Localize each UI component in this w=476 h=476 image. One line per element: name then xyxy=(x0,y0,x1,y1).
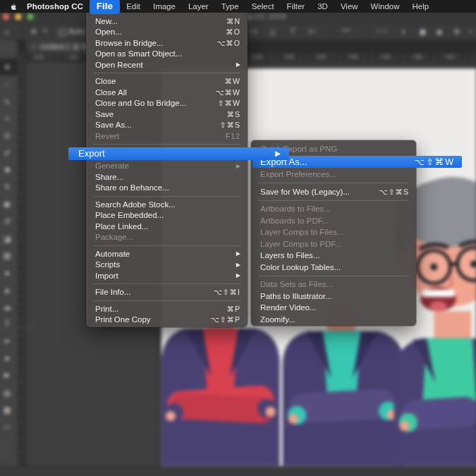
submenu-item-save-for-web[interactable]: Save for Web (Legacy)...⌥⇧⌘S xyxy=(251,186,416,198)
menu-item-share[interactable]: Share... xyxy=(86,171,248,183)
menu-item-file-info[interactable]: File Info...⌥⇧⌘I xyxy=(86,287,248,298)
roll-3d-icon[interactable]: ◉ xyxy=(419,26,427,36)
submenu-arrow-icon: ▶ xyxy=(236,250,240,257)
eraser-tool[interactable]: ◪ xyxy=(0,230,17,247)
menu-item-browse-in-bridge[interactable]: Browse in Bridge...⌥⌘O xyxy=(86,37,248,49)
menubar-item-help[interactable]: Help xyxy=(406,2,436,11)
slide-3d-icon[interactable]: ✛ xyxy=(453,26,460,36)
menu-item-open[interactable]: Open...⌘O xyxy=(86,27,248,38)
orbit-3d-icon[interactable]: ◐ xyxy=(402,26,407,36)
submenu-item-layer-comps-to-pdf: Layer Comps to PDF... xyxy=(251,238,416,250)
toolbar-more-icon[interactable]: ••• xyxy=(0,418,17,435)
menubar-item-view[interactable]: View xyxy=(334,2,365,11)
submenu-item-data-sets-as-files: Data Sets as Files... xyxy=(251,279,416,291)
align-right-icon[interactable]: ⊢ xyxy=(309,26,317,36)
gradient-tool[interactable]: ▧ xyxy=(0,247,17,264)
menu-item-export[interactable]: Export▶ xyxy=(68,147,289,160)
menubar-item-layer[interactable]: Layer xyxy=(182,2,215,11)
menu-item-open-recent[interactable]: Open Recent▶ xyxy=(86,59,248,71)
menubar-item-file[interactable]: File xyxy=(90,0,120,14)
submenu-arrow-icon: ▶ xyxy=(236,262,240,268)
menu-item-close[interactable]: Close⌘W xyxy=(86,76,248,87)
submenu-arrow-icon: ▶ xyxy=(275,149,281,157)
lasso-tool[interactable]: ∿ xyxy=(0,93,17,110)
submenu-arrow-icon: ▶ xyxy=(236,272,240,279)
tab-label: Untitled-1 @ 99. xyxy=(40,42,92,50)
brush-tool[interactable]: ✎ xyxy=(0,178,17,195)
submenu-item-render-video[interactable]: Render Video... xyxy=(251,302,416,314)
menu-item-automate[interactable]: Automate▶ xyxy=(86,248,248,260)
auto-select-checkbox[interactable]: ✓ xyxy=(59,28,66,36)
smudge-tool[interactable]: ☁ xyxy=(0,298,17,315)
scale-3d-icon[interactable]: ▫ xyxy=(469,26,472,36)
pen-tool[interactable]: ✒ xyxy=(0,333,17,350)
apple-logo-icon xyxy=(10,2,18,11)
menu-item-new[interactable]: New...⌘N xyxy=(86,16,248,27)
more-align-options-button[interactable]: ••• xyxy=(342,26,351,33)
menu-item-open-as-smart-object[interactable]: Open as Smart Object... xyxy=(86,49,248,60)
export-submenu: Quick Export as PNG Export As...⌥⇧⌘W Exp… xyxy=(251,140,416,326)
menubar-item-select[interactable]: Select xyxy=(245,2,281,11)
align-bottom-icon[interactable]: ⊥ xyxy=(269,26,277,36)
apple-menu[interactable] xyxy=(7,2,20,11)
edit-toolbar-icon[interactable]: ▦ xyxy=(0,401,17,418)
menu-item-print[interactable]: Print...⌘P xyxy=(86,303,248,315)
blur-tool[interactable]: ● xyxy=(0,264,17,281)
quick-selection-tool[interactable]: ✧ xyxy=(0,110,17,127)
mode-dropdown[interactable]: ≡ ∨ xyxy=(377,26,388,34)
menu-item-place-linked[interactable]: Place Linked... xyxy=(86,221,248,232)
submenu-item-layer-comps-to-files: Layer Comps to Files... xyxy=(251,226,416,238)
menu-item-import[interactable]: Import▶ xyxy=(86,270,248,281)
menubar-item-edit[interactable]: Edit xyxy=(120,2,147,11)
submenu-item-artboards-to-pdf: Artboards to PDF... xyxy=(251,215,416,227)
character-left xyxy=(161,308,280,466)
character-middle xyxy=(283,311,404,466)
home-icon[interactable]: ⌂ xyxy=(4,26,9,36)
dodge-tool[interactable]: ▲ xyxy=(0,281,17,298)
hand-tool[interactable]: ☛ xyxy=(0,367,17,384)
submenu-item-paths-to-illustrator[interactable]: Paths to Illustrator... xyxy=(251,291,416,303)
move-tool[interactable]: ✛ xyxy=(0,59,17,75)
submenu-item-layers-to-files[interactable]: Layers to Files... xyxy=(251,250,416,262)
menubar-item-3d[interactable]: 3D xyxy=(311,2,334,11)
drag-3d-icon[interactable]: ◈ xyxy=(436,26,442,36)
chevron-down-icon[interactable]: ∨ xyxy=(43,26,48,33)
submenu-item-export-preferences: Export Preferences... xyxy=(251,169,416,181)
menubar-item-filter[interactable]: Filter xyxy=(281,2,312,11)
menu-item-close-all[interactable]: Close All⌥⌘W xyxy=(86,87,248,98)
file-menu: New...⌘N Open...⌘O Browse in Bridge...⌥⌘… xyxy=(86,13,248,327)
tab-close-icon[interactable]: × xyxy=(32,42,36,50)
menubar-item-photoshop[interactable]: Photoshop CC xyxy=(20,2,90,11)
history-brush-tool[interactable]: ↺ xyxy=(0,213,17,230)
clone-stamp-tool[interactable]: ◉ xyxy=(0,195,17,212)
submenu-item-color-lookup-tables[interactable]: Color Lookup Tables... xyxy=(251,262,416,274)
menu-item-package: Package... xyxy=(86,232,248,243)
submenu-item-zoomify[interactable]: Zoomify... xyxy=(251,314,416,326)
menu-item-place-embedded[interactable]: Place Embedded... xyxy=(86,210,248,221)
menu-item-share-on-behance[interactable]: Share on Behance... xyxy=(86,183,248,194)
tools-panel: ✛ ◌ ∿ ✧ ⊡ ✐ ✚ ✎ ◉ ↺ ◪ ▧ ● ▲ ☁ T ✒ ➤ ☛ ◍ … xyxy=(0,40,18,476)
menu-item-search-adobe-stock[interactable]: Search Adobe Stock... xyxy=(86,199,248,210)
zoom-tool[interactable]: ◍ xyxy=(0,384,17,401)
vertical-ruler xyxy=(17,53,27,476)
menu-item-scripts[interactable]: Scripts▶ xyxy=(86,260,248,271)
align-top-icon[interactable]: ⊤ xyxy=(289,26,297,36)
menu-item-print-one-copy[interactable]: Print One Copy⌥⇧⌘P xyxy=(86,315,248,326)
menubar-item-window[interactable]: Window xyxy=(365,2,406,11)
menubar-item-image[interactable]: Image xyxy=(147,2,182,11)
eyedropper-tool[interactable]: ✐ xyxy=(0,144,17,161)
status-bar xyxy=(0,466,476,476)
menu-item-save-as[interactable]: Save As...⇧⌘S xyxy=(86,120,248,131)
menu-item-generate: Generate▶ xyxy=(86,161,248,172)
marquee-tool[interactable]: ◌ xyxy=(0,75,17,92)
menubar-item-type[interactable]: Type xyxy=(215,2,245,11)
move-tool-preset-icon[interactable]: ✛ xyxy=(30,26,37,36)
crop-tool[interactable]: ⊡ xyxy=(0,127,17,144)
align-left-icon[interactable]: ⊣ xyxy=(249,26,257,36)
type-tool[interactable]: T xyxy=(0,315,17,332)
menu-item-close-and-go-to-bridge[interactable]: Close and Go to Bridge...⇧⌘W xyxy=(86,98,248,109)
submenu-arrow-icon: ▶ xyxy=(236,163,240,169)
menu-item-save[interactable]: Save⌘S xyxy=(86,109,248,120)
path-selection-tool[interactable]: ➤ xyxy=(0,350,17,367)
healing-brush-tool[interactable]: ✚ xyxy=(0,161,17,178)
